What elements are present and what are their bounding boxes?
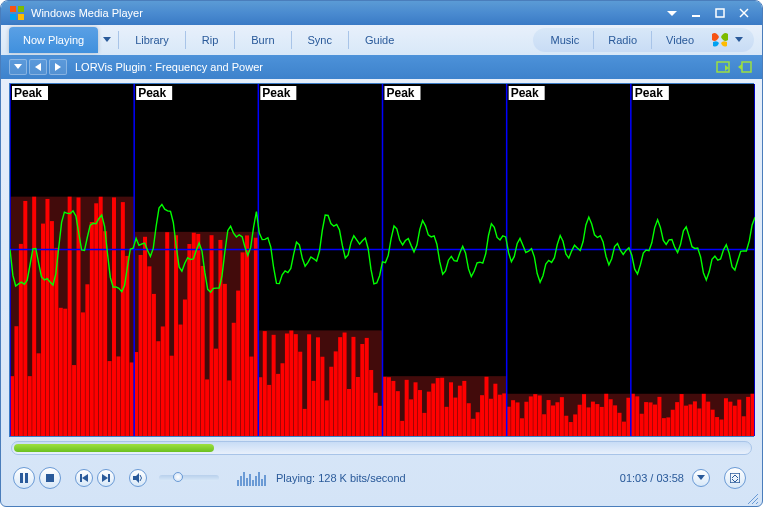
- svg-text:Peak: Peak: [387, 86, 415, 100]
- svg-rect-59: [161, 326, 165, 436]
- close-button[interactable]: [734, 5, 754, 21]
- svg-rect-71: [214, 349, 218, 436]
- tab-music[interactable]: Music: [539, 30, 592, 50]
- stop-button[interactable]: [39, 467, 61, 489]
- svg-rect-70: [210, 235, 214, 436]
- svg-rect-114: [405, 380, 409, 436]
- mute-button[interactable]: [129, 469, 147, 487]
- next-vis-button[interactable]: [49, 59, 67, 75]
- svg-rect-45: [99, 197, 103, 436]
- svg-rect-177: [684, 406, 688, 436]
- svg-rect-86: [281, 363, 285, 436]
- msn-butterfly-icon[interactable]: [710, 30, 730, 50]
- svg-rect-133: [489, 399, 493, 436]
- fullscreen-button[interactable]: [724, 467, 746, 489]
- next-button[interactable]: [97, 469, 115, 487]
- services-dropdown[interactable]: [730, 37, 748, 43]
- pause-button[interactable]: [13, 467, 35, 489]
- svg-rect-161: [613, 405, 617, 436]
- svg-rect-134: [493, 384, 497, 436]
- visualization-name: LORVis Plugin : Frequency and Power: [75, 61, 710, 73]
- menu-dropdown-button[interactable]: [9, 59, 27, 75]
- svg-rect-124: [449, 382, 453, 436]
- svg-rect-41: [81, 312, 85, 436]
- svg-rect-142: [529, 396, 533, 436]
- previous-button[interactable]: [75, 469, 93, 487]
- svg-rect-3: [18, 14, 24, 20]
- svg-marker-13: [55, 63, 61, 71]
- prev-vis-button[interactable]: [29, 59, 47, 75]
- svg-rect-151: [569, 422, 573, 436]
- svg-rect-36: [59, 308, 63, 436]
- volume-slider[interactable]: [159, 475, 219, 481]
- svg-rect-43: [90, 222, 94, 436]
- tab-now-playing[interactable]: Now Playing: [9, 27, 98, 53]
- svg-rect-187: [728, 402, 732, 436]
- svg-marker-17: [738, 64, 742, 70]
- tab-sync[interactable]: Sync: [294, 27, 346, 53]
- svg-rect-140: [520, 418, 524, 436]
- svg-rect-74: [227, 380, 231, 436]
- svg-rect-93: [312, 381, 316, 436]
- svg-rect-57: [152, 294, 156, 436]
- svg-text:Peak: Peak: [262, 86, 290, 100]
- app-window: Windows Media Player Now Playing Library…: [0, 0, 763, 507]
- tab-rip[interactable]: Rip: [188, 27, 233, 53]
- svg-rect-44: [94, 203, 98, 436]
- svg-rect-94: [316, 337, 320, 436]
- tab-separator: [234, 31, 235, 49]
- tab-now-playing-dropdown[interactable]: [98, 37, 116, 43]
- svg-rect-89: [294, 334, 298, 436]
- svg-rect-131: [480, 395, 484, 436]
- svg-rect-155: [586, 407, 590, 436]
- volume-thumb[interactable]: [173, 472, 183, 482]
- minimize-button[interactable]: [686, 5, 706, 21]
- svg-rect-125: [453, 398, 457, 436]
- svg-rect-75: [232, 323, 236, 436]
- maximize-button[interactable]: [710, 5, 730, 21]
- svg-rect-46: [103, 231, 107, 436]
- svg-rect-185: [720, 420, 724, 436]
- svg-rect-84: [272, 335, 276, 436]
- tab-radio[interactable]: Radio: [596, 30, 649, 50]
- tab-guide[interactable]: Guide: [351, 27, 408, 53]
- tab-library[interactable]: Library: [121, 27, 183, 53]
- svg-rect-113: [400, 421, 404, 436]
- seek-bar[interactable]: [11, 441, 752, 455]
- svg-rect-72: [218, 240, 222, 436]
- tabs-right-group: Music Radio Video: [533, 28, 754, 52]
- maximize-video-button[interactable]: [714, 59, 732, 75]
- svg-rect-180: [697, 408, 701, 436]
- svg-rect-171: [657, 397, 661, 436]
- svg-rect-152: [573, 414, 577, 436]
- svg-marker-9: [103, 37, 111, 42]
- svg-rect-105: [365, 338, 369, 436]
- svg-rect-38: [68, 197, 72, 436]
- svg-rect-173: [666, 417, 670, 436]
- resize-grip[interactable]: [746, 490, 758, 502]
- svg-rect-136: [502, 393, 506, 436]
- time-text: 01:03 / 03:58: [620, 472, 684, 484]
- tab-burn[interactable]: Burn: [237, 27, 288, 53]
- svg-rect-26: [14, 326, 18, 436]
- svg-rect-96: [325, 400, 329, 436]
- svg-rect-56: [147, 266, 151, 436]
- svg-rect-192: [751, 394, 755, 436]
- svg-rect-95: [320, 357, 324, 436]
- tab-video[interactable]: Video: [654, 30, 706, 50]
- svg-rect-138: [511, 400, 515, 436]
- help-button[interactable]: [662, 5, 682, 21]
- svg-rect-110: [387, 377, 391, 436]
- svg-rect-129: [471, 419, 475, 436]
- svg-rect-2: [10, 14, 16, 20]
- svg-rect-0: [10, 6, 16, 12]
- svg-rect-188: [733, 406, 737, 436]
- svg-rect-61: [170, 356, 174, 436]
- svg-rect-181: [702, 394, 706, 436]
- svg-rect-167: [640, 414, 644, 436]
- svg-rect-149: [560, 397, 564, 436]
- time-dropdown[interactable]: [692, 469, 710, 487]
- svg-rect-122: [440, 378, 444, 436]
- svg-rect-168: [644, 402, 648, 436]
- toggle-playlist-button[interactable]: [736, 59, 754, 75]
